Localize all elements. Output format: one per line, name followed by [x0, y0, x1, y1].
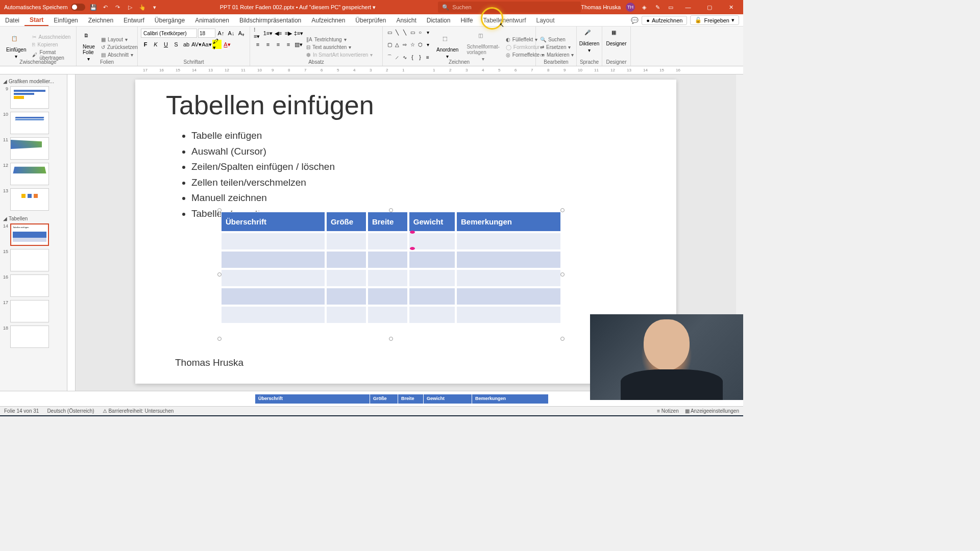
language-indicator[interactable]: Deutsch (Österreich) — [47, 408, 94, 414]
tab-layout[interactable]: Layout — [531, 14, 560, 26]
search-input[interactable] — [452, 4, 577, 10]
case-button[interactable]: Aa▾ — [202, 40, 211, 49]
display-settings[interactable]: ▦ Anzeigeeinstellungen — [685, 408, 739, 414]
tab-animationen[interactable]: Animationen — [190, 14, 234, 26]
section-tabellen[interactable]: ◢ Tabellen — [2, 214, 65, 223]
justify-button[interactable]: ≡ — [284, 40, 293, 49]
shape-hex-icon[interactable]: ⬡ — [416, 41, 424, 48]
thumb-12[interactable] — [10, 163, 49, 185]
indent-inc-button[interactable]: ≡▶ — [284, 29, 293, 38]
handle-mr[interactable] — [560, 272, 565, 277]
shape-roundrect-icon[interactable]: ▢ — [386, 41, 393, 48]
comments-icon[interactable]: 💬 — [630, 16, 639, 24]
shape-star-icon[interactable]: ☆ — [409, 41, 416, 48]
find-button[interactable]: 🔍 Suchen — [539, 36, 575, 43]
underline-button[interactable]: U — [161, 40, 170, 49]
pen-icon[interactable]: ✎ — [653, 3, 662, 11]
shape-line2-icon[interactable]: ╲ — [401, 29, 408, 36]
shape-line-icon[interactable]: ╲ — [394, 29, 401, 36]
clear-format-icon[interactable]: Aᵩ — [237, 29, 246, 38]
section-button[interactable]: ▤ Abschnitt ▾ — [100, 52, 139, 58]
qat-more-icon[interactable]: ▾ — [151, 3, 159, 11]
user-name[interactable]: Thomas Hruska — [581, 4, 621, 10]
slide-bullets[interactable]: Tabelle einfügen Auswahl (Cursor) Zeilen… — [166, 129, 646, 221]
indent-dec-button[interactable]: ◀≡ — [274, 29, 283, 38]
font-name-select[interactable] — [141, 29, 197, 38]
columns-button[interactable]: ▥▾ — [294, 40, 303, 49]
thumb-9[interactable] — [10, 86, 49, 109]
search-box[interactable]: 🔍 — [438, 2, 581, 13]
close-button[interactable]: ✕ — [723, 0, 739, 14]
tab-datei[interactable]: Datei — [0, 14, 24, 26]
maximize-button[interactable]: ▢ — [701, 0, 718, 14]
tab-hilfe[interactable]: Hilfe — [455, 14, 478, 26]
shape-triangle-icon[interactable]: △ — [394, 41, 401, 48]
handle-tr[interactable] — [560, 208, 565, 212]
thumb-13[interactable] — [10, 188, 49, 211]
record-button[interactable]: ● Aufzeichnen — [642, 16, 687, 25]
line-spacing-button[interactable]: ‡≡▾ — [294, 29, 303, 38]
tab-dictation[interactable]: Dictation — [422, 14, 456, 26]
highlight-button[interactable]: 🖍▾ — [212, 40, 222, 49]
tab-bildschirm[interactable]: Bildschirmpräsentation — [234, 14, 306, 26]
select-button[interactable]: ▭ Markieren ▾ — [539, 52, 575, 58]
handle-tc[interactable] — [389, 208, 393, 212]
tab-einfuegen[interactable]: Einfügen — [48, 14, 83, 26]
smartart-button[interactable]: ⬢ In SmartArt konvertieren ▾ — [305, 52, 374, 58]
autosave-toggle[interactable]: Automatisches Speichern — [4, 4, 85, 11]
accessibility-check[interactable]: ⚠ Barrierefreiheit: Untersuchen — [103, 408, 174, 414]
tab-aufzeichnen[interactable]: Aufzeichnen — [306, 14, 350, 26]
align-center-button[interactable]: ≡ — [263, 40, 273, 49]
from-beginning-icon[interactable]: ▷ — [126, 3, 134, 11]
handle-br[interactable] — [560, 337, 565, 341]
align-right-button[interactable]: ≡ — [274, 40, 283, 49]
decrease-font-icon[interactable]: A↓ — [227, 29, 236, 38]
section-grafiken[interactable]: ◢ Grafiken modellier... — [2, 77, 65, 86]
italic-button[interactable]: K — [151, 40, 160, 49]
ruler-vertical[interactable] — [67, 74, 76, 391]
thumb-14[interactable]: Tabellen einfügen — [10, 223, 49, 246]
bullets-button[interactable]: ⁝≡▾ — [253, 29, 262, 38]
thumb-17[interactable] — [10, 300, 49, 322]
tab-uebergaenge[interactable]: Übergänge — [150, 14, 190, 26]
redo-icon[interactable]: ↷ — [114, 3, 122, 11]
thumb-18[interactable] — [10, 325, 49, 348]
bold-button[interactable]: F — [141, 40, 150, 49]
align-left-button[interactable]: ≡ — [253, 40, 262, 49]
user-avatar[interactable]: TH — [626, 3, 635, 12]
thumb-16[interactable] — [10, 274, 49, 297]
shape-more2-icon[interactable]: ▾ — [424, 41, 431, 48]
notes-toggle[interactable]: ≡ Notizen — [657, 408, 679, 414]
handle-tl[interactable] — [217, 208, 222, 212]
shape-textbox-icon[interactable]: ▭ — [386, 29, 393, 36]
slide-counter[interactable]: Folie 14 von 31 — [4, 408, 39, 414]
thumb-11[interactable] — [10, 137, 49, 160]
tab-ansicht[interactable]: Ansicht — [391, 14, 421, 26]
numbering-button[interactable]: 1≡▾ — [263, 29, 273, 38]
shadow-button[interactable]: S — [172, 40, 181, 49]
share-button[interactable]: 🔓 Freigeben ▾ — [690, 15, 739, 25]
slide-table[interactable]: Überschrift Größe Breite Gewicht Bemerku… — [219, 210, 562, 325]
tab-ueberpruefen[interactable]: Überprüfen — [350, 14, 391, 26]
undo-icon[interactable]: ↶ — [102, 3, 110, 11]
strike-button[interactable]: ab — [182, 40, 191, 49]
tab-zeichnen[interactable]: Zeichnen — [83, 14, 118, 26]
cut-button[interactable]: ✂ Ausschneiden — [31, 34, 73, 40]
reset-button[interactable]: ↺ Zurücksetzen — [100, 44, 139, 51]
tab-start[interactable]: Start — [24, 14, 48, 26]
increase-font-icon[interactable]: A↑ — [216, 29, 226, 38]
shape-more1-icon[interactable]: ▾ — [424, 29, 431, 36]
thumb-10[interactable] — [10, 112, 49, 134]
handle-bc[interactable] — [389, 337, 393, 341]
replace-button[interactable]: ⇄ Ersetzen ▾ — [539, 44, 575, 51]
handle-ml[interactable] — [217, 272, 222, 277]
window-icon[interactable]: ▭ — [667, 3, 675, 11]
slide-footer[interactable]: Thomas Hruska — [175, 357, 243, 368]
save-icon[interactable]: 💾 — [89, 3, 97, 11]
shape-rect-icon[interactable]: ▭ — [409, 29, 416, 36]
thumb-15[interactable] — [10, 249, 49, 271]
tab-entwurf[interactable]: Entwurf — [118, 14, 150, 26]
copy-button[interactable]: ⎘ Kopieren — [31, 41, 73, 48]
align-text-button[interactable]: ⊟ Text ausrichten ▾ — [305, 44, 374, 51]
minimize-button[interactable]: — — [680, 0, 696, 14]
